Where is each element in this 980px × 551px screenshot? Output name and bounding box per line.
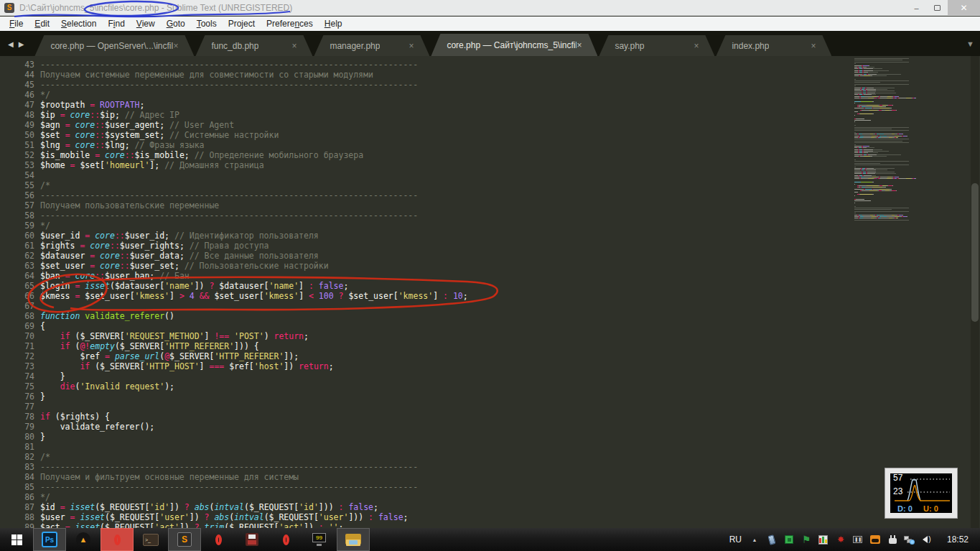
code-line-44[interactable]: 44Получаем системные переменные для совм… xyxy=(0,70,468,80)
code-line-58[interactable]: 58--------------------------------------… xyxy=(0,210,468,221)
taskbar-app-opera[interactable] xyxy=(269,528,302,551)
taskbar-app-opera[interactable] xyxy=(101,528,134,551)
tab-close-icon[interactable]: × xyxy=(173,41,194,51)
taskbar-app-monitor99[interactable]: 99 xyxy=(303,528,336,551)
language-indicator[interactable]: RU xyxy=(729,534,742,545)
code-line-75[interactable]: 75 die('Invalid request'); xyxy=(0,381,468,392)
tab-say.php[interactable]: say.php× xyxy=(599,35,714,56)
code-line-78[interactable]: 78if ($rights) { xyxy=(0,412,468,422)
tray-satellite[interactable]: ✸ xyxy=(835,534,846,545)
menu-item-view[interactable]: View xyxy=(131,19,161,29)
vertical-scrollbar[interactable] xyxy=(971,56,979,528)
tray-network[interactable] xyxy=(904,534,915,545)
code-line-68[interactable]: 68function validate_referer() xyxy=(0,311,468,321)
menu-item-preferences[interactable]: Preferences xyxy=(261,19,319,29)
code-line-47[interactable]: 47$rootpath = ROOTPATH; xyxy=(0,100,468,110)
code-line-65[interactable]: 65$login = isset($datauser['name']) ? $d… xyxy=(0,281,468,291)
code-line-88[interactable]: 88$user = isset($_REQUEST['user']) ? abs… xyxy=(0,512,468,522)
clock[interactable]: 18:52 xyxy=(947,534,969,545)
minimap[interactable] xyxy=(854,58,923,221)
code-line-79[interactable]: 79 validate_referer(); xyxy=(0,422,468,432)
tray-volume[interactable]: ) xyxy=(921,534,933,545)
code-line-59[interactable]: 59*/ xyxy=(0,221,468,231)
taskbar-app-sublime[interactable]: S xyxy=(168,528,201,551)
menu-item-edit[interactable]: Edit xyxy=(29,19,55,29)
scrollbar-thumb[interactable] xyxy=(971,183,979,322)
tab-func_db.php[interactable]: func_db.php× xyxy=(195,35,312,56)
tab-close-icon[interactable]: × xyxy=(409,41,429,51)
menu-item-help[interactable]: Help xyxy=(319,19,348,29)
code-line-69[interactable]: 69{ xyxy=(0,321,468,331)
code-line-71[interactable]: 71 if (@!empty($_SERVER['HTTP_REFERER'])… xyxy=(0,341,468,351)
tab-close-icon[interactable]: × xyxy=(694,41,714,51)
menu-item-selection[interactable]: Selection xyxy=(55,19,102,29)
code-line-70[interactable]: 70 if ($_SERVER['REQUEST_METHOD'] !== 'P… xyxy=(0,331,468,341)
code-line-86[interactable]: 86*/ xyxy=(0,492,468,502)
code-line-81[interactable]: 81 xyxy=(0,442,468,452)
code-line-72[interactable]: 72 $ref = parse_url(@$_SERVER['HTTP_REFE… xyxy=(0,351,468,361)
tray-car[interactable] xyxy=(869,534,881,545)
code-line-43[interactable]: 43--------------------------------------… xyxy=(0,60,468,70)
menu-item-goto[interactable]: Goto xyxy=(161,19,191,29)
tray-chart[interactable] xyxy=(818,534,829,545)
code-line-83[interactable]: 83--------------------------------------… xyxy=(0,462,468,472)
tab-core.php[interactable]: core.php — OpenServer\...\incfiles× xyxy=(34,35,194,56)
tray-flag[interactable]: ⚑ xyxy=(801,534,812,545)
taskbar-app-folder[interactable] xyxy=(337,528,370,551)
tray-plug[interactable] xyxy=(887,534,898,545)
tray-monitor[interactable]: ❚❚ xyxy=(852,534,864,545)
code-line-64[interactable]: 64$ban = core::$user_ban; // Бан xyxy=(0,271,468,281)
code-line-48[interactable]: 48$ip = core::$ip; // Адрес IP xyxy=(0,110,468,120)
tray-hidden-icons[interactable]: ▲ xyxy=(749,534,760,545)
code-line-51[interactable]: 51$lng = core::$lng; // Фразы языка xyxy=(0,140,468,150)
tab-manager.php[interactable]: manager.php× xyxy=(314,35,429,56)
code-line-52[interactable]: 52$is_mobile = core::$is_mobile; // Опре… xyxy=(0,150,468,160)
code-line-63[interactable]: 63$set_user = core::$user_set; // Пользо… xyxy=(0,261,468,271)
code-line-74[interactable]: 74 } xyxy=(0,371,468,381)
taskbar-app-openserver[interactable]: ▲ xyxy=(67,528,100,551)
code-line-82[interactable]: 82/* xyxy=(0,452,468,462)
tab-index.php[interactable]: index.php× xyxy=(716,35,831,56)
code-line-73[interactable]: 73 if ($_SERVER['HTTP_HOST'] === $ref['h… xyxy=(0,361,468,371)
tab-core.php[interactable]: core.php — Сайт\johncms_5\incfiles× xyxy=(431,34,597,56)
tab-close-icon[interactable]: × xyxy=(291,41,312,51)
code-line-67[interactable]: 67 xyxy=(0,301,468,311)
code-line-77[interactable]: 77 xyxy=(0,402,468,412)
network-monitor-widget[interactable]: 57 23 D: 0 U: 0 xyxy=(885,468,958,519)
editor-pane[interactable]: 43--------------------------------------… xyxy=(0,56,980,528)
menu-item-find[interactable]: Find xyxy=(102,19,130,29)
tab-overflow-icon[interactable]: ▼ xyxy=(966,40,974,48)
taskbar-app-photoshop[interactable]: Ps xyxy=(33,528,66,551)
code-line-80[interactable]: 80} xyxy=(0,432,468,442)
taskbar-app-floppy[interactable] xyxy=(235,528,269,551)
code-line-55[interactable]: 55/* xyxy=(0,180,468,190)
code-line-89[interactable]: 89$act = isset($_REQUEST['act']) ? trim(… xyxy=(0,522,468,528)
code-line-76[interactable]: 76} xyxy=(0,392,468,402)
code-line-53[interactable]: 53$home = $set['homeurl']; // Домашняя с… xyxy=(0,160,468,170)
menu-item-tools[interactable]: Tools xyxy=(191,19,223,29)
menu-item-file[interactable]: File xyxy=(4,19,29,29)
code-line-54[interactable]: 54 xyxy=(0,170,468,180)
code-line-57[interactable]: 57Получаем пользовательские переменные xyxy=(0,200,468,210)
taskbar-app-terminal[interactable]: >_ xyxy=(134,528,167,551)
code-line-50[interactable]: 50$set = core::$system_set; // Системные… xyxy=(0,130,468,140)
maximize-button[interactable] xyxy=(927,0,948,15)
tray-phone[interactable] xyxy=(766,534,778,545)
code-line-66[interactable]: 66$kmess = $set_user['kmess'] > 4 && $se… xyxy=(0,291,468,301)
tab-scroll-arrows[interactable]: ◀▶ xyxy=(0,40,34,56)
tab-back-icon[interactable]: ◀ xyxy=(8,40,19,48)
close-button[interactable]: ✕ xyxy=(948,0,980,15)
tray-chip[interactable] xyxy=(783,534,795,545)
code-line-49[interactable]: 49$agn = core::$user_agent; // User Agen… xyxy=(0,120,468,130)
tab-close-icon[interactable]: × xyxy=(577,40,597,50)
code-line-85[interactable]: 85--------------------------------------… xyxy=(0,482,468,492)
menu-item-project[interactable]: Project xyxy=(223,19,261,29)
code-line-56[interactable]: 56--------------------------------------… xyxy=(0,190,468,200)
code-line-61[interactable]: 61$rights = core::$user_rights; // Права… xyxy=(0,241,468,251)
tab-close-icon[interactable]: × xyxy=(811,41,831,51)
code-line-45[interactable]: 45--------------------------------------… xyxy=(0,80,468,90)
code-line-84[interactable]: 84Получаем и фильтруем основные переменн… xyxy=(0,472,468,482)
code-line-62[interactable]: 62$datauser = core::$user_data; // Все д… xyxy=(0,251,468,261)
minimize-button[interactable]: – xyxy=(906,0,927,15)
code-line-87[interactable]: 87$id = isset($_REQUEST['id']) ? abs(int… xyxy=(0,502,468,512)
